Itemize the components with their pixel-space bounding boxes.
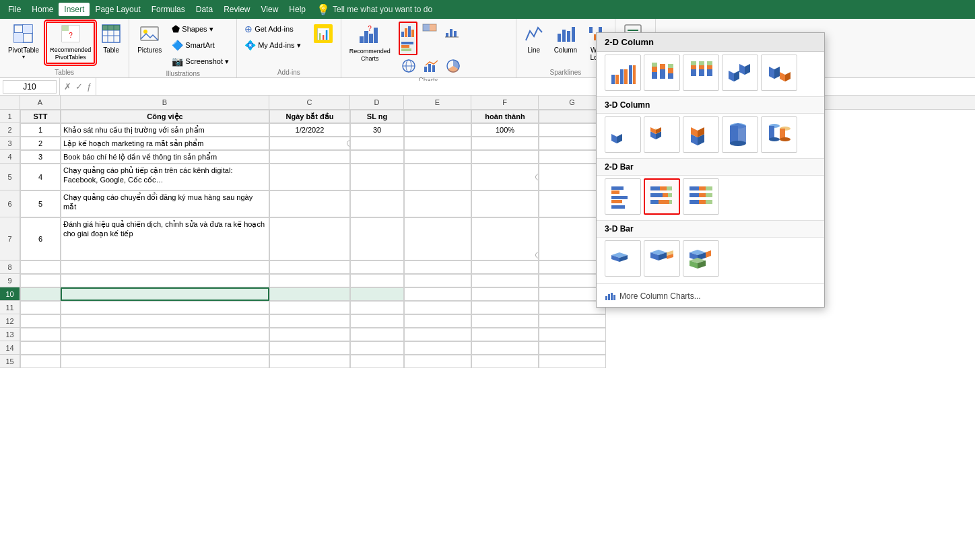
cell-f11[interactable] xyxy=(471,301,539,314)
cell-c14[interactable] xyxy=(269,341,350,355)
formula-insert-icon[interactable]: ƒ xyxy=(87,78,92,96)
cell-d12[interactable] xyxy=(350,314,404,328)
cell-b2[interactable]: Khảo sát nhu cầu thị trường với sản phẩm xyxy=(61,123,269,137)
cell-reference-box[interactable] xyxy=(3,80,57,94)
col-header-d[interactable]: D xyxy=(350,96,404,109)
cell-f10[interactable] xyxy=(471,287,539,301)
cell-f8[interactable] xyxy=(471,260,539,274)
cell-f2[interactable]: 100% xyxy=(471,123,539,137)
col-header-c[interactable]: C xyxy=(269,96,350,109)
cell-b7[interactable]: Đánh giá hiệu quả chiến dịch, chỉnh sửa … xyxy=(61,217,269,260)
menu-view[interactable]: View xyxy=(256,3,284,16)
3d-col2-chart-btn[interactable] xyxy=(761,55,797,91)
pivot-table-button[interactable]: PivotTable ▾ xyxy=(4,22,43,63)
cell-b10[interactable] xyxy=(61,287,269,301)
3d-clustered-bar-btn[interactable] xyxy=(605,240,641,277)
cell-g14[interactable] xyxy=(539,341,606,355)
cell-b3[interactable]: Lập kế hoạch marketing ra mắt sản phẩm xyxy=(61,137,269,150)
clustered-column-chart-btn[interactable] xyxy=(605,55,641,91)
cell-e4[interactable] xyxy=(404,150,471,164)
menu-insert[interactable]: Insert xyxy=(59,3,90,16)
cell-d14[interactable] xyxy=(350,341,404,355)
cell-e1[interactable] xyxy=(404,110,471,123)
insert-statistical-chart-button[interactable] xyxy=(442,22,462,55)
3d-col1-chart-btn[interactable] xyxy=(722,55,758,91)
3d-stacked-bar-btn[interactable] xyxy=(644,240,680,277)
cell-f13[interactable] xyxy=(471,328,539,341)
cell-d2[interactable]: 30 xyxy=(350,123,404,137)
cell-b9[interactable] xyxy=(61,274,269,287)
cell-e12[interactable] xyxy=(404,314,471,328)
my-addins-button[interactable]: 💠 My Add-ins ▾ xyxy=(241,38,304,53)
col-header-f[interactable]: F xyxy=(471,96,539,109)
pictures-button[interactable]: Pictures xyxy=(133,22,166,57)
cell-g15[interactable] xyxy=(539,355,606,368)
insert-other-chart-button[interactable] xyxy=(443,57,463,75)
shapes-button[interactable]: ⬟ Shapes ▾ xyxy=(168,22,232,36)
cell-g13[interactable] xyxy=(539,328,606,341)
cell-f1[interactable]: hoàn thành xyxy=(471,110,539,123)
col-header-e[interactable]: E xyxy=(404,96,471,109)
cell-d9[interactable] xyxy=(350,274,404,287)
cell-b6[interactable]: Chạy quảng cáo chuyển đổi đăng ký mua hà… xyxy=(61,190,269,217)
cell-c8[interactable] xyxy=(269,260,350,274)
stacked-column-chart-btn[interactable] xyxy=(644,55,680,91)
cell-a14[interactable] xyxy=(20,341,61,355)
cell-c2[interactable]: 1/2/2022 xyxy=(269,123,350,137)
cell-d7[interactable] xyxy=(350,217,404,260)
3d-100pct-column-btn[interactable] xyxy=(683,116,719,153)
cell-b11[interactable] xyxy=(61,301,269,314)
cell-f15[interactable] xyxy=(471,355,539,368)
insert-combo-chart-button[interactable] xyxy=(421,57,441,75)
stacked-bar-chart-btn[interactable] xyxy=(644,178,680,215)
cell-b14[interactable] xyxy=(61,341,269,355)
cell-d4[interactable] xyxy=(350,150,404,164)
cell-a15[interactable] xyxy=(20,355,61,368)
cell-f12[interactable] xyxy=(471,314,539,328)
cell-c4[interactable] xyxy=(269,150,350,164)
menu-review[interactable]: Review xyxy=(218,3,255,16)
cell-f9[interactable] xyxy=(471,274,539,287)
cell-e6[interactable] xyxy=(404,190,471,217)
cell-g12[interactable] xyxy=(539,314,606,328)
3d-full2-column-btn[interactable] xyxy=(761,116,797,153)
cell-e8[interactable] xyxy=(404,260,471,274)
3d-full1-column-btn[interactable] xyxy=(722,116,758,153)
cell-c12[interactable] xyxy=(269,314,350,328)
menu-help[interactable]: Help xyxy=(283,3,311,16)
cell-e9[interactable] xyxy=(404,274,471,287)
menu-formulas[interactable]: Formulas xyxy=(146,3,191,16)
cell-e3[interactable] xyxy=(404,137,471,150)
cell-a8[interactable] xyxy=(20,260,61,274)
cell-e11[interactable] xyxy=(404,301,471,314)
cell-d10[interactable] xyxy=(350,287,404,301)
smartart-button[interactable]: 🔷 SmartArt xyxy=(168,38,232,53)
cell-e13[interactable] xyxy=(404,328,471,341)
cell-c7[interactable] xyxy=(269,217,350,260)
cell-a3[interactable]: 2 xyxy=(20,137,61,150)
cell-b4[interactable]: Book báo chí hé lộ dần về thông tin sản … xyxy=(61,150,269,164)
cell-b5[interactable]: Chạy quảng cáo phủ tiếp cận trên các kên… xyxy=(61,164,269,190)
cell-d11[interactable] xyxy=(350,301,404,314)
100pct-stacked-bar-chart-btn[interactable] xyxy=(683,178,719,215)
cell-a2[interactable]: 1 xyxy=(20,123,61,137)
cell-d3[interactable] xyxy=(350,137,404,150)
cell-c6[interactable] xyxy=(269,190,350,217)
3d-100pct-bar-btn[interactable] xyxy=(683,240,719,277)
insert-map-chart-button[interactable] xyxy=(399,57,419,75)
cell-f7[interactable] xyxy=(471,217,539,260)
3d-clustered-column-btn[interactable] xyxy=(605,116,641,153)
cell-a5[interactable]: 4 xyxy=(20,164,61,190)
formula-cancel-icon[interactable]: ✗ xyxy=(64,78,71,96)
cell-c3[interactable] xyxy=(269,137,350,150)
cell-c13[interactable] xyxy=(269,328,350,341)
menu-home[interactable]: Home xyxy=(26,3,59,16)
100pct-stacked-column-chart-btn[interactable] xyxy=(683,55,719,91)
cell-a12[interactable] xyxy=(20,314,61,328)
cell-b12[interactable] xyxy=(61,314,269,328)
insert-column-chart-button[interactable] xyxy=(399,22,417,55)
cell-a7[interactable]: 6 xyxy=(20,217,61,260)
cell-f6[interactable] xyxy=(471,190,539,217)
cell-a1[interactable]: STT xyxy=(20,110,61,123)
cell-c1[interactable]: Ngày bắt đầu xyxy=(269,110,350,123)
